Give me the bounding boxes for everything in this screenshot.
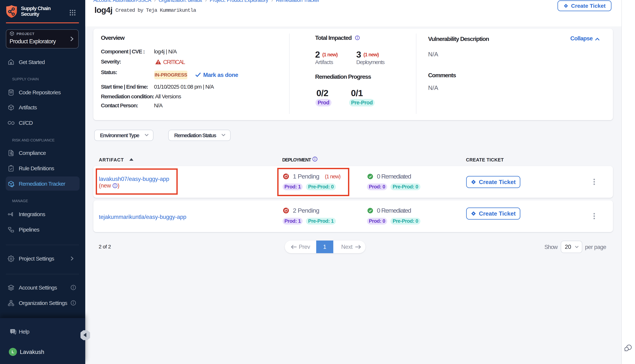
svg-text:?: ? bbox=[12, 330, 14, 333]
